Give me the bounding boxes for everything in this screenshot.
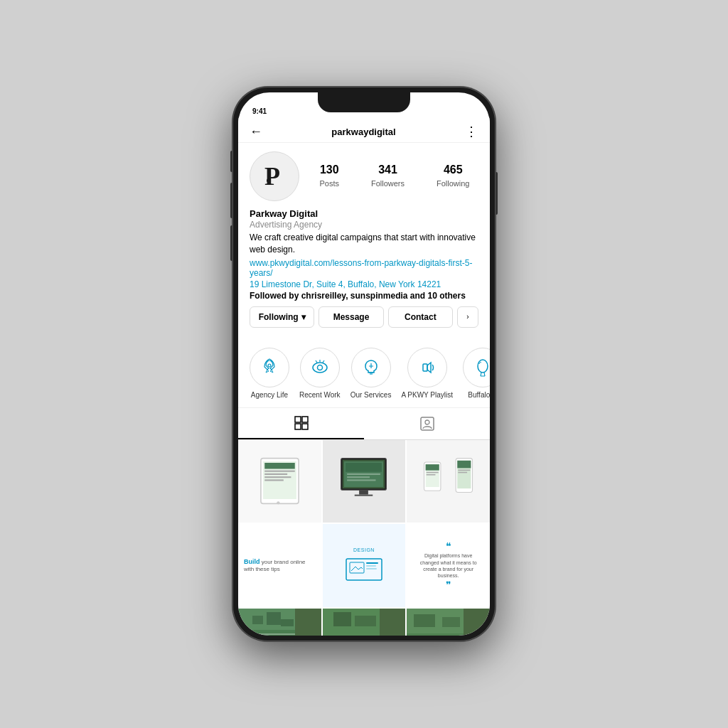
address: 19 Limestone Dr, Suite 4, Buffalo, New Y…	[250, 279, 478, 289]
nav-username: parkwaydigital	[331, 127, 395, 137]
highlight-circle-our-services	[351, 348, 391, 387]
tab-tagged[interactable]	[364, 408, 490, 439]
monitor-mockup-svg	[333, 451, 394, 511]
tabs-section	[238, 408, 490, 440]
following-count: 465	[437, 164, 469, 176]
svg-rect-25	[346, 463, 382, 472]
svg-rect-50	[281, 619, 294, 626]
lightbulb-icon	[360, 357, 382, 378]
post-aerial-1[interactable]	[238, 609, 321, 636]
highlight-circle-pkwy-playlist	[407, 348, 447, 387]
contact-button[interactable]: Contact	[388, 306, 453, 328]
tab-grid[interactable]	[238, 408, 364, 439]
svg-rect-39	[458, 470, 470, 471]
highlight-recent-work[interactable]: Recent Work	[299, 348, 341, 399]
highlight-agency-life[interactable]: Agency Life	[250, 348, 289, 399]
following-label: Following	[437, 179, 469, 188]
more-options-button[interactable]: ⋮	[465, 124, 478, 139]
quote-close: ❞	[446, 579, 451, 591]
svg-rect-48	[252, 616, 263, 624]
profile-category: Advertising Agency	[250, 220, 478, 230]
highlight-pkwy-playlist[interactable]: A PKWY Playlist	[401, 348, 453, 399]
design-illustration-svg	[343, 555, 385, 584]
post-build[interactable]: Build your brand online with these tips	[238, 524, 321, 607]
svg-rect-26	[348, 473, 381, 475]
message-button[interactable]: Message	[318, 306, 383, 328]
svg-rect-16	[264, 463, 295, 469]
phones-mockup-svg	[418, 451, 478, 511]
notch	[318, 92, 410, 112]
bio-text: We craft creative digital campaigns that…	[250, 232, 478, 256]
grid-icon	[294, 415, 309, 431]
svg-rect-27	[348, 477, 370, 478]
followers-label: Followers	[371, 179, 405, 188]
svg-rect-36	[457, 461, 471, 469]
highlight-circle-buffalove	[463, 348, 490, 387]
svg-rect-6	[423, 364, 427, 371]
post-tablet[interactable]	[238, 440, 321, 523]
svg-rect-10	[295, 424, 301, 429]
quote-content: ❝ Digital platforms have changed what it…	[411, 535, 486, 595]
action-buttons: Following ▾ Message Contact ›	[250, 306, 478, 328]
post-aerial-3[interactable]	[407, 609, 490, 636]
volume-down-button	[230, 225, 232, 261]
instagram-screen[interactable]: ← parkwaydigital ⋮ P	[238, 118, 490, 636]
svg-point-7	[478, 360, 488, 373]
phone-screen: 9:41 ← parkwaydigital ⋮ P	[238, 92, 490, 636]
highlight-label-recent-work: Recent Work	[299, 391, 341, 399]
expand-button[interactable]: ›	[457, 306, 478, 328]
svg-rect-44	[366, 565, 376, 567]
highlights-section: Agency Life Recent Work	[238, 342, 490, 408]
power-button	[496, 172, 498, 215]
website-link[interactable]: www.pkwydigital.com/lessons-from-parkway…	[250, 258, 478, 278]
post-aerial-2[interactable]	[323, 609, 406, 636]
aerial-photo-3-svg	[407, 609, 464, 636]
highlight-circle-agency-life	[250, 348, 289, 387]
post-quote[interactable]: ❝ Digital platforms have changed what it…	[407, 524, 490, 607]
followed-by: Followed by chrisreilley, sunspinmedia a…	[250, 291, 478, 301]
following-button[interactable]: Following ▾	[250, 306, 314, 328]
svg-rect-37	[427, 472, 439, 473]
svg-rect-38	[427, 474, 436, 476]
svg-rect-61	[414, 614, 435, 627]
svg-rect-8	[295, 417, 301, 422]
svg-rect-9	[302, 417, 308, 422]
svg-rect-11	[302, 424, 308, 429]
svg-rect-29	[360, 491, 369, 495]
svg-rect-28	[348, 480, 376, 481]
svg-point-21	[277, 502, 279, 505]
following-stat[interactable]: 465 Following	[437, 164, 469, 189]
mute-button	[230, 151, 232, 172]
svg-rect-33	[426, 465, 439, 471]
svg-point-4	[313, 363, 327, 373]
post-monitor[interactable]	[323, 440, 406, 523]
followers-stat[interactable]: 341 Followers	[371, 164, 405, 189]
highlight-label-pkwy-playlist: A PKWY Playlist	[401, 391, 453, 399]
posts-grid: Build your brand online with these tips …	[238, 440, 490, 636]
profile-header: P 130 Posts 341 Followers	[238, 143, 490, 342]
svg-rect-45	[366, 568, 377, 569]
svg-point-5	[317, 365, 322, 370]
highlight-buffalove[interactable]: Buffalove	[463, 348, 490, 399]
highlight-our-services[interactable]: Our Services	[350, 348, 392, 399]
post-design[interactable]: DESIGN	[323, 524, 406, 607]
posts-stat: 130 Posts	[319, 164, 339, 189]
back-button[interactable]: ←	[250, 124, 262, 139]
highlight-label-agency-life: Agency Life	[251, 391, 288, 399]
svg-rect-51	[238, 633, 295, 635]
svg-rect-19	[264, 477, 291, 478]
post-phones[interactable]	[407, 440, 490, 523]
posts-count: 130	[319, 164, 339, 176]
svg-rect-17	[264, 471, 295, 472]
highlight-circle-recent-work	[300, 348, 340, 387]
design-label: DESIGN	[353, 547, 375, 552]
svg-rect-56	[355, 616, 376, 626]
rocket-icon	[259, 357, 280, 378]
followers-count: 341	[371, 164, 405, 176]
svg-point-3	[268, 364, 271, 367]
svg-text:P: P	[264, 162, 280, 191]
top-nav: ← parkwaydigital ⋮	[238, 118, 490, 143]
svg-rect-20	[264, 480, 284, 481]
svg-rect-30	[355, 495, 373, 496]
eye-icon	[309, 357, 331, 378]
